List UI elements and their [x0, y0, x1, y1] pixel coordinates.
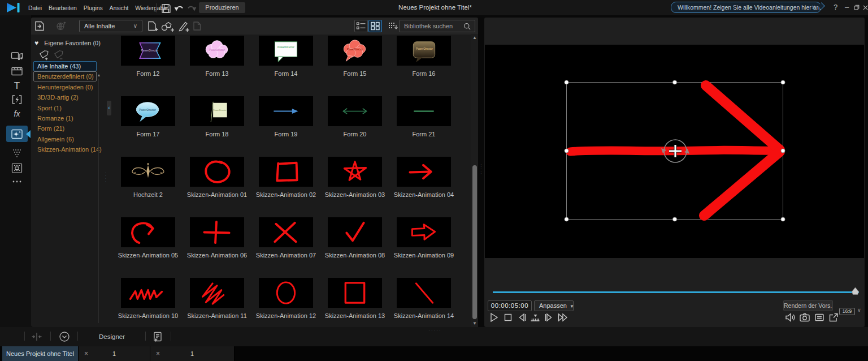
stop-button[interactable]	[502, 311, 514, 324]
select-range-button[interactable]	[58, 330, 71, 343]
duplicate-icon[interactable]	[191, 20, 203, 32]
scrollbar-thumb[interactable]	[472, 165, 477, 319]
effect-room-icon[interactable]: fx	[10, 107, 24, 121]
more-rooms-icon[interactable]	[10, 175, 24, 188]
category-item[interactable]: Heruntergeladen (0)	[33, 82, 97, 92]
category-item[interactable]: Form (21)	[33, 123, 97, 134]
project-tab[interactable]: ×1	[150, 346, 234, 361]
library-item[interactable]: Skizzen-Animation 04	[389, 157, 458, 198]
new-shape-icon[interactable]	[160, 20, 175, 32]
sketch-square-thumbnail[interactable]	[259, 157, 313, 187]
category-item[interactable]: Alle Inhalte (43)	[33, 61, 97, 71]
library-item[interactable]: Form 19	[251, 96, 320, 137]
category-item[interactable]: Romanze (1)	[33, 113, 97, 123]
library-item[interactable]: Skizzen-Animation 12	[251, 278, 320, 319]
category-scroll-up-icon[interactable]: ▲	[96, 72, 102, 78]
preview-video[interactable]	[485, 45, 864, 258]
aspect-chevron-icon[interactable]: ∨	[857, 307, 861, 313]
library-item[interactable]: PowerDirectorForm 14	[251, 36, 320, 77]
library-item[interactable]: PowerDirectorForm 13	[183, 36, 251, 77]
render-preview-button[interactable]: Rendern der Vors...	[783, 300, 833, 311]
sketch-scribble-hatch-thumbnail[interactable]	[190, 278, 244, 308]
save-button[interactable]	[160, 3, 172, 13]
arrow-blue-thumbnail[interactable]	[259, 96, 313, 126]
selected-arrow-object[interactable]	[485, 45, 864, 258]
undo-button[interactable]	[173, 3, 184, 13]
produce-button[interactable]: Produzieren	[199, 2, 245, 13]
scrub-button[interactable]	[529, 311, 541, 324]
favorites-header[interactable]: ♥ Eigene Favoriten (0)	[34, 39, 101, 48]
library-search-input[interactable]: Bibliothek suchen	[399, 20, 475, 32]
library-item[interactable]: Skizzen-Animation 10	[114, 278, 183, 319]
snapshot-button[interactable]	[798, 311, 811, 324]
library-item[interactable]: Form 21	[389, 96, 458, 137]
sketch-scribble-zigzag-thumbnail[interactable]	[121, 278, 175, 308]
zoom-fit-dropdown[interactable]: Anpassen▼	[534, 300, 574, 311]
preview-quality-button[interactable]	[813, 311, 826, 324]
pip-objects-room-icon[interactable]	[10, 127, 24, 141]
library-item[interactable]: Skizzen-Animation 07	[251, 217, 320, 259]
list-view-button[interactable]	[354, 20, 368, 32]
content-filter-dropdown[interactable]: Alle Inhalte ∨	[79, 20, 142, 32]
sketch-line-thumbnail[interactable]	[397, 278, 451, 308]
transition-room-icon[interactable]	[10, 93, 24, 106]
category-scrollbar[interactable]	[98, 79, 99, 323]
aspect-ratio-badge[interactable]: 16:9	[839, 308, 855, 315]
sketch-x-thumbnail[interactable]	[259, 217, 313, 247]
category-item[interactable]: Allgemein (6)	[33, 134, 97, 144]
line-green-thumbnail[interactable]	[397, 96, 451, 126]
menu-bearbeiten[interactable]: Bearbeiten	[45, 5, 80, 11]
project-room-icon[interactable]	[10, 65, 24, 78]
project-tab[interactable]: ×1	[79, 346, 150, 361]
sketch-circle-thumbnail[interactable]	[190, 157, 244, 187]
notification-close-icon[interactable]: ×	[811, 2, 815, 12]
speech-round-brown-thumbnail[interactable]: PowerDirector	[397, 36, 451, 66]
chapter-room-icon[interactable]	[10, 161, 24, 175]
library-item[interactable]: Form 20	[320, 96, 389, 137]
media-room-icon[interactable]	[10, 50, 24, 63]
play-button[interactable]	[488, 311, 500, 324]
note-green-thumbnail[interactable]: PowerDirector	[190, 96, 244, 126]
library-item[interactable]: Skizzen-Animation 08	[320, 217, 389, 259]
library-item[interactable]: Skizzen-Animation 09	[389, 217, 458, 259]
category-item[interactable]: Benutzerdefiniert (0)	[33, 71, 97, 81]
speech-ellipse-blue-thumbnail[interactable]: PowerDirector	[121, 96, 175, 126]
library-item[interactable]: Skizzen-Animation 06	[183, 217, 251, 259]
library-item[interactable]: PowerDirectorForm 16	[389, 36, 458, 77]
timecode-display[interactable]: 00:00:05:00	[488, 300, 532, 311]
menu-ansicht[interactable]: Ansicht	[106, 5, 132, 11]
library-item[interactable]: Skizzen-Animation 14	[389, 278, 458, 319]
sketch-arrow-thumbnail[interactable]	[397, 157, 451, 187]
import-media-icon[interactable]	[33, 20, 46, 32]
category-panel-grip[interactable]: ····	[105, 171, 107, 183]
preview-seekbar[interactable]	[493, 291, 859, 293]
category-item[interactable]: Skizzen-Animation (14)	[33, 144, 97, 154]
sort-icon[interactable]	[387, 20, 399, 32]
library-item[interactable]: Skizzen-Animation 13	[320, 278, 389, 319]
scroll-up-icon[interactable]: ▲	[471, 34, 478, 41]
fast-forward-button[interactable]	[557, 311, 569, 324]
sketch-block-arrow-thumbnail[interactable]	[397, 217, 451, 247]
new-draw-icon[interactable]	[177, 20, 189, 32]
detach-preview-button[interactable]	[827, 311, 840, 324]
project-tab[interactable]: Neues Projekt ohne Titel	[2, 346, 78, 361]
cloud-pink-thumbnail[interactable]: PowerDirector	[190, 36, 244, 66]
title-room-icon[interactable]: T	[10, 79, 24, 92]
library-item[interactable]: Skizzen-Animation 02	[251, 157, 320, 198]
scroll-down-icon[interactable]: ▼	[471, 320, 478, 327]
library-item[interactable]: Skizzen-Animation 01	[183, 157, 251, 198]
particle-room-icon[interactable]	[10, 146, 24, 160]
redo-button[interactable]	[186, 3, 198, 13]
menu-plugins[interactable]: Plugins	[80, 5, 106, 11]
collapse-categories-button[interactable]: ‹	[107, 101, 111, 115]
sketch-uturn-thumbnail[interactable]	[121, 217, 175, 247]
tab-close-icon[interactable]: ×	[156, 346, 160, 361]
library-item[interactable]: Skizzen-Animation 03	[320, 157, 389, 198]
library-item[interactable]: PowerDirectorForm 17	[114, 96, 183, 137]
next-frame-button[interactable]	[543, 311, 555, 324]
library-item[interactable]: PowerDirectorForm 18	[183, 96, 251, 137]
new-content-icon[interactable]	[146, 20, 159, 32]
sketch-check-thumbnail[interactable]	[328, 217, 382, 247]
cloud-red-thumbnail[interactable]: PowerDirector	[328, 36, 382, 66]
restore-button[interactable]	[852, 2, 861, 12]
